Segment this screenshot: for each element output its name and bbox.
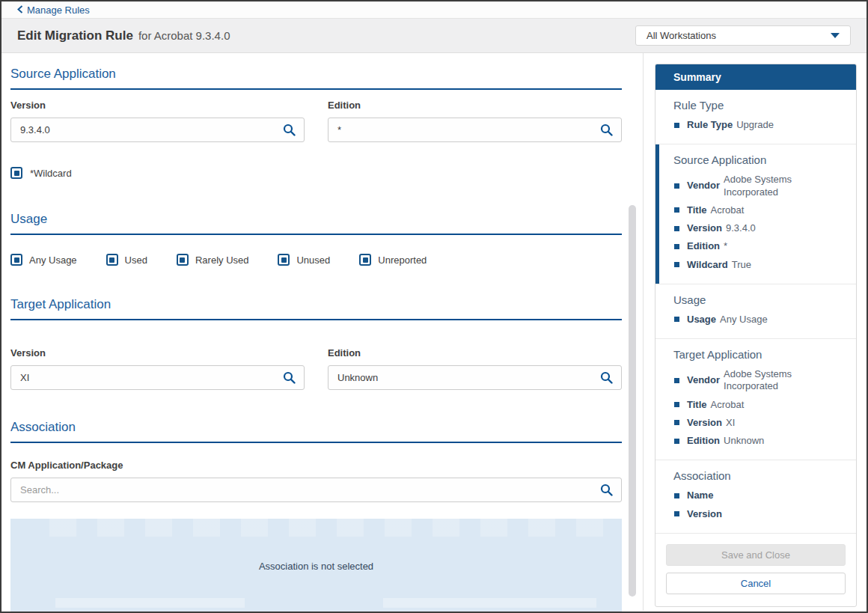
summary-panel-title: Summary [655,64,856,90]
square-bullet-icon [674,439,679,444]
workstations-scope-dropdown[interactable]: All Workstations [635,25,851,46]
target-version-label: Version [10,347,305,359]
summary-item-usage: UsageAny Usage [655,311,856,329]
square-bullet-icon [674,493,679,498]
summary-item-label: Title [687,204,707,216]
summary-item-name: Name [655,487,856,504]
summary-item-label: Rule Type [687,119,733,131]
summary-item-value: XI [726,417,735,429]
source-version-label: Version [10,100,305,111]
summary-item-label: Usage [687,314,716,326]
summary-section-association[interactable]: AssociationNameVersion [655,460,856,533]
summary-item-wildcard: WildcardTrue [655,256,856,274]
content-divider [643,53,644,611]
summary-item-rule-type: Rule TypeUpgrade [655,116,856,134]
usage-checkbox-used[interactable] [106,254,118,266]
search-icon[interactable] [283,123,296,136]
square-bullet-icon [674,262,679,267]
cm-application-search-input[interactable] [10,478,622,502]
usage-option-label: Any Usage [29,254,77,266]
usage-option-unused: Unused [278,254,330,266]
back-link-manage-rules[interactable]: Manage Rules [17,4,90,16]
square-bullet-icon [674,402,679,407]
search-icon[interactable] [600,123,613,136]
source-version-field: Version [10,100,305,142]
summary-sections: Rule TypeRule TypeUpgradeSource Applicat… [655,90,856,533]
usage-heading: Usage [10,212,622,235]
usage-option-any-usage: Any Usage [10,254,77,266]
summary-item-title: TitleAcrobat [655,201,856,219]
usage-option-label: Unused [296,254,330,266]
search-icon[interactable] [283,371,296,384]
square-bullet-icon [674,123,679,128]
summary-item-value: Any Usage [720,314,768,326]
summary-item-value: True [732,259,751,271]
summary-item-label: Version [687,222,722,234]
summary-section-usage[interactable]: UsageUsageAny Usage [655,284,856,338]
summary-section-heading: Usage [655,293,856,306]
summary-item-edition: EditionUnknown [655,432,856,450]
target-application-heading: Target Application [10,297,622,320]
summary-item-value: * [724,240,727,252]
association-empty-message: Association is not selected [259,561,373,572]
square-bullet-icon [674,511,679,516]
square-bullet-icon [674,420,679,425]
summary-section-heading: Association [655,469,856,482]
square-bullet-icon [674,207,679,213]
summary-item-value: Adobe Systems Incorporated [724,368,838,393]
summary-item-vendor: VendorAdobe Systems Incorporated [655,365,856,396]
summary-section-target-application[interactable]: Target ApplicationVendorAdobe Systems In… [655,338,856,460]
chevron-down-icon [831,33,840,38]
association-skeleton-bar [55,598,245,608]
chevron-left-icon [17,4,23,16]
target-version-field: Version [10,347,305,390]
page-title-wrap: Edit Migration Rule for Acrobat 9.3.4.0 [17,28,635,43]
summary-item-label: Title [687,399,707,411]
summary-item-edition: Edition* [655,237,856,255]
usage-checkbox-unreported[interactable] [359,254,371,266]
usage-option-label: Rarely Used [195,254,249,266]
summary-item-label: Wildcard [687,259,728,271]
save-and-close-button[interactable]: Save and Close [666,544,846,566]
wildcard-label: *Wildcard [30,168,72,179]
usage-options: Any UsageUsedRarely UsedUnusedUnreported [10,254,622,266]
summary-section-rule-type[interactable]: Rule TypeRule TypeUpgrade [655,90,856,144]
target-version-input[interactable] [10,365,305,390]
source-edition-input[interactable] [328,118,622,142]
summary-item-value: Upgrade [736,119,774,131]
summary-section-heading: Source Application [655,153,856,166]
source-edition-field: Edition [328,100,622,142]
target-edition-input[interactable] [328,365,622,390]
source-version-input[interactable] [10,118,305,142]
association-heading: Association [10,420,622,443]
usage-checkbox-rarely-used[interactable] [177,254,189,266]
search-icon[interactable] [600,484,613,496]
cm-application-package-label: CM Application/Package [10,460,622,471]
summary-section-heading: Rule Type [655,99,856,112]
search-icon[interactable] [600,371,613,384]
workstations-scope-value: All Workstations [647,30,831,41]
wildcard-checkbox[interactable] [10,167,22,179]
summary-section-heading: Target Application [655,348,856,361]
content-area: Source Application Version Edition [1,53,867,611]
usage-checkbox-unused[interactable] [278,254,290,266]
summary-item-version: Version9.3.4.0 [655,219,856,237]
usage-option-unreported: Unreported [359,254,427,266]
summary-item-value: 9.3.4.0 [726,222,756,234]
summary-item-label: Vendor [687,374,720,386]
app-window: Manage Rules Edit Migration Rule for Acr… [0,0,868,613]
summary-actions: Save and Close Cancel [655,533,856,606]
usage-checkbox-any-usage[interactable] [10,254,22,266]
usage-option-used: Used [106,254,147,266]
association-empty-panel: Association is not selected [10,519,622,613]
cancel-button[interactable]: Cancel [666,573,846,594]
association-skeleton-columns [49,519,617,537]
square-bullet-icon [674,378,679,383]
page-title: Edit Migration Rule [17,28,133,43]
summary-section-source-application[interactable]: Source ApplicationVendorAdobe Systems In… [655,144,856,284]
square-bullet-icon [674,317,679,322]
summary-item-value: Adobe Systems Incorporated [724,174,838,198]
source-application-heading: Source Application [10,67,622,90]
summary-item-label: Name [687,490,713,501]
vertical-scrollbar-thumb[interactable] [629,205,636,597]
